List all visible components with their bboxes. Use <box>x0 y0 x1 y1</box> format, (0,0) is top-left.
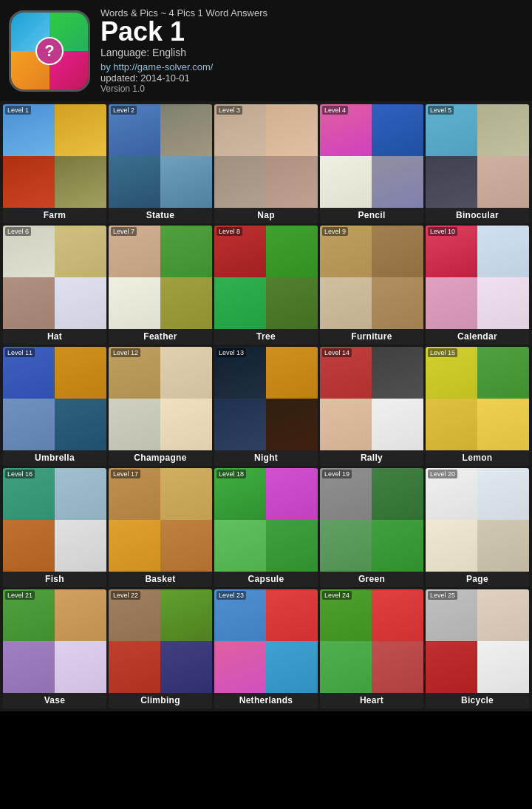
quad-25-2 <box>477 589 529 641</box>
quad-10-3 <box>426 277 477 329</box>
quad-20-2 <box>477 468 529 520</box>
level-cell-5[interactable]: Level 5Binocular <box>426 104 529 223</box>
quad-14-3 <box>320 399 372 450</box>
quad-1-4 <box>55 156 106 208</box>
quad-19-2 <box>372 468 423 520</box>
quad-24-4 <box>372 641 423 693</box>
quad-5-3 <box>426 156 477 208</box>
level-cell-1[interactable]: Level 1Farm <box>3 104 106 223</box>
quad-6-3 <box>3 277 55 329</box>
level-badge-23: Level 23 <box>216 591 246 600</box>
cell-label-17: Basket <box>143 572 177 587</box>
level-cell-23[interactable]: Level 23Netherlands <box>214 589 318 708</box>
quad-23-3 <box>214 641 266 693</box>
level-badge-10: Level 10 <box>428 227 457 236</box>
level-badge-25: Level 25 <box>428 591 457 600</box>
cell-label-8: Tree <box>255 329 277 345</box>
quad-6-2 <box>55 226 106 277</box>
quad-2-4 <box>160 156 212 208</box>
level-cell-12[interactable]: Level 12Champagne <box>109 347 212 466</box>
quad-22-3 <box>109 641 160 693</box>
cell-label-24: Heart <box>358 693 385 708</box>
level-cell-18[interactable]: Level 18Capsule <box>214 468 318 587</box>
level-cell-15[interactable]: Level 15Lemon <box>426 347 529 466</box>
quad-21-3 <box>3 641 55 693</box>
level-badge-9: Level 9 <box>322 227 348 236</box>
level-cell-20[interactable]: Level 20Page <box>426 468 529 587</box>
quad-6-4 <box>55 277 106 329</box>
quad-4-2 <box>372 104 423 156</box>
quad-12-4 <box>160 399 212 450</box>
level-cell-13[interactable]: Level 13Night <box>214 347 318 466</box>
quad-21-2 <box>55 589 106 641</box>
level-badge-3: Level 3 <box>216 106 242 115</box>
level-cell-9[interactable]: Level 9Furniture <box>320 226 423 345</box>
cell-label-6: Hat <box>46 329 64 345</box>
quad-2-2 <box>160 104 212 156</box>
level-badge-17: Level 17 <box>111 470 140 478</box>
app-icon-question: ? <box>35 37 64 65</box>
quad-25-4 <box>477 641 529 693</box>
quad-17-4 <box>160 520 212 572</box>
quad-8-4 <box>266 277 318 329</box>
level-cell-4[interactable]: Level 4Pencil <box>320 104 423 223</box>
level-cell-7[interactable]: Level 7Feather <box>109 226 212 345</box>
quad-13-2 <box>266 347 318 399</box>
quad-15-2 <box>477 347 529 399</box>
level-badge-12: Level 12 <box>111 348 140 357</box>
level-cell-22[interactable]: Level 22Climbing <box>109 589 212 708</box>
cell-label-5: Binocular <box>454 208 500 223</box>
level-badge-5: Level 5 <box>428 106 454 115</box>
cell-label-4: Pencil <box>356 208 386 223</box>
quad-4-4 <box>372 156 423 208</box>
cell-label-16: Fish <box>44 572 66 587</box>
quad-22-4 <box>160 641 212 693</box>
quad-25-3 <box>426 641 477 693</box>
level-cell-6[interactable]: Level 6Hat <box>3 226 106 345</box>
level-cell-11[interactable]: Level 11Umbrella <box>3 347 106 466</box>
quad-1-3 <box>3 156 55 208</box>
quad-7-3 <box>109 277 160 329</box>
level-cell-10[interactable]: Level 10Calendar <box>426 226 529 345</box>
level-cell-2[interactable]: Level 2Statue <box>109 104 212 223</box>
quad-16-2 <box>55 468 106 520</box>
quad-17-2 <box>160 468 212 520</box>
level-cell-8[interactable]: Level 8Tree <box>214 226 318 345</box>
quad-16-4 <box>55 520 106 572</box>
quad-9-4 <box>372 277 423 329</box>
level-cell-19[interactable]: Level 19Green <box>320 468 423 587</box>
quad-5-4 <box>477 156 529 208</box>
cell-label-9: Furniture <box>349 329 393 345</box>
quad-9-3 <box>320 277 372 329</box>
quad-24-2 <box>372 589 423 641</box>
quad-5-2 <box>477 104 529 156</box>
level-badge-14: Level 14 <box>322 348 352 357</box>
quad-11-2 <box>55 347 106 399</box>
quad-8-2 <box>266 226 318 277</box>
quad-23-2 <box>266 589 318 641</box>
quad-19-4 <box>372 520 423 572</box>
quad-15-4 <box>477 399 529 450</box>
level-cell-3[interactable]: Level 3Nap <box>214 104 318 223</box>
level-cell-24[interactable]: Level 24Heart <box>320 589 423 708</box>
quad-10-2 <box>477 226 529 277</box>
level-cell-14[interactable]: Level 14Rally <box>320 347 423 466</box>
language-label: Language: English <box>100 47 523 58</box>
cell-label-2: Statue <box>145 208 176 223</box>
level-cell-16[interactable]: Level 16Fish <box>3 468 106 587</box>
quad-23-4 <box>266 641 318 693</box>
cell-label-7: Feather <box>142 329 178 345</box>
updated-date: updated: 2014-10-01 <box>100 72 523 84</box>
quad-20-4 <box>477 520 529 572</box>
cell-label-18: Capsule <box>247 572 286 587</box>
quad-8-3 <box>214 277 266 329</box>
cell-label-11: Umbrella <box>33 450 76 466</box>
level-badge-2: Level 2 <box>111 106 137 115</box>
level-cell-17[interactable]: Level 17Basket <box>109 468 212 587</box>
level-cell-25[interactable]: Level 25Bicycle <box>426 589 529 708</box>
quad-21-4 <box>55 641 106 693</box>
cell-label-3: Nap <box>256 208 276 223</box>
level-badge-24: Level 24 <box>322 591 352 600</box>
level-cell-21[interactable]: Level 21Vase <box>3 589 106 708</box>
quad-18-2 <box>266 468 318 520</box>
